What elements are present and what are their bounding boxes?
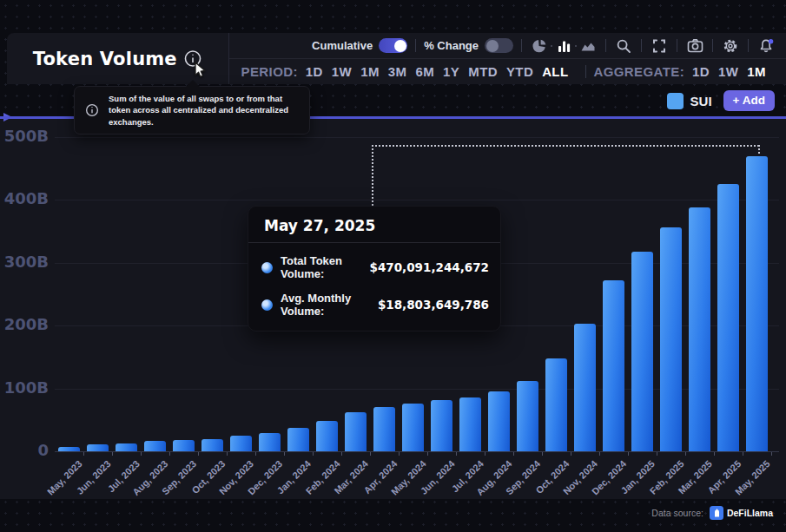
period-option-6m[interactable]: 6M	[415, 64, 434, 79]
defillama-brand[interactable]: DeFiLlama	[710, 506, 773, 520]
area-chart-icon[interactable]	[578, 36, 598, 56]
x-axis-tick	[227, 452, 228, 456]
cumulative-toggle[interactable]	[379, 38, 407, 53]
bar-may-2025[interactable]	[746, 156, 768, 451]
bar-nov-2024[interactable]	[574, 324, 596, 451]
bar-oct-2023[interactable]	[201, 439, 223, 451]
chart-controls-row: Cumulative% Change	[229, 33, 786, 59]
legend-item-sui[interactable]: SUI	[667, 93, 712, 109]
y-axis-label: 0	[0, 441, 49, 459]
bar-jun-2024[interactable]	[431, 400, 452, 451]
bar-mar-2024[interactable]	[345, 412, 367, 451]
bar-nov-2023[interactable]	[230, 436, 252, 451]
period-option-mtd[interactable]: MTD	[468, 64, 498, 79]
bar-feb-2025[interactable]	[660, 227, 682, 451]
bar-jul-2023[interactable]	[116, 443, 137, 451]
bar-feb-2024[interactable]	[316, 421, 338, 451]
dot-separator	[551, 45, 552, 47]
period-option-1d[interactable]: 1D	[306, 64, 323, 79]
period-option-1y[interactable]: 1Y	[443, 64, 459, 79]
search-icon[interactable]	[614, 36, 633, 56]
x-axis-tick	[685, 452, 686, 456]
tooltip-row-label: Avg. Monthly Volume:	[281, 292, 370, 318]
legend-token-name: SUI	[690, 94, 712, 108]
pie-chart-icon[interactable]	[530, 36, 549, 56]
toggle-group--change: % Change	[424, 38, 513, 53]
screenshot-icon[interactable]	[685, 36, 704, 56]
bar-jan-2024[interactable]	[287, 428, 309, 451]
divider	[585, 65, 586, 78]
bar-mar-2025[interactable]	[689, 207, 710, 451]
aggregate-option-1m[interactable]: 1M	[747, 64, 766, 79]
series-marker-icon	[261, 299, 273, 311]
footer: Data source: DeFiLlama	[651, 506, 773, 520]
selection-box-right	[758, 145, 760, 155]
fullscreen-icon[interactable]	[650, 36, 669, 56]
bar-dec-2023[interactable]	[259, 433, 281, 451]
x-axis-tick	[657, 452, 657, 456]
bar-chart-icon[interactable]	[554, 36, 573, 56]
period-option-1m[interactable]: 1M	[360, 64, 380, 79]
period-option-all[interactable]: ALL	[542, 64, 568, 79]
y-axis-label: 500B	[0, 127, 49, 145]
bar-oct-2024[interactable]	[545, 358, 567, 451]
x-axis-tick	[399, 452, 400, 456]
x-axis-tick	[112, 452, 113, 456]
x-axis-tick	[370, 452, 371, 456]
bar-sep-2024[interactable]	[517, 381, 538, 451]
bar-jul-2024[interactable]	[459, 397, 481, 451]
toggle-label: % Change	[424, 39, 479, 52]
x-axis-tick	[198, 452, 199, 456]
x-axis-tick	[427, 452, 428, 456]
bar-apr-2024[interactable]	[373, 407, 395, 451]
info-tooltip-text: Sum of the value of all swaps to or from…	[109, 93, 301, 128]
y-axis-label: 300B	[0, 253, 49, 271]
bar-may-2023[interactable]	[58, 447, 80, 451]
settings-icon[interactable]	[721, 36, 740, 56]
series-marker-icon	[261, 262, 273, 273]
tooltip-body: Total Token Volume:$470,091,244,672Avg. …	[248, 243, 500, 331]
x-axis-tick	[255, 452, 256, 456]
toggle-knob	[394, 40, 406, 52]
info-circle-icon	[83, 101, 102, 120]
chart-tooltip: May 27, 2025 Total Token Volume:$470,091…	[248, 206, 501, 332]
x-axis-tick	[341, 452, 342, 456]
aggregate-label: AGGREGATE:	[594, 64, 685, 79]
page-title: Token Volume	[33, 49, 177, 69]
toggle-label: Cumulative	[312, 39, 373, 52]
x-axis-tick	[743, 452, 743, 456]
bar-aug-2024[interactable]	[488, 391, 510, 451]
x-axis-tick	[169, 452, 170, 456]
x-axis-tick	[313, 452, 314, 456]
period-option-1w[interactable]: 1W	[332, 64, 352, 79]
gridline-500B	[55, 137, 779, 138]
x-axis-tick	[456, 452, 457, 456]
aggregate-option-1d[interactable]: 1D	[692, 64, 710, 79]
add-token-button[interactable]: + Add	[723, 90, 775, 111]
bar-aug-2023[interactable]	[144, 441, 166, 451]
tooltip-row: Total Token Volume:$470,091,244,672	[261, 254, 489, 280]
dot-separator	[575, 45, 577, 47]
x-axis-tick	[83, 452, 84, 456]
bar-jan-2025[interactable]	[631, 252, 653, 451]
bar-apr-2025[interactable]	[717, 184, 739, 451]
x-axis-tick	[284, 452, 285, 456]
info-tooltip: Sum of the value of all swaps to or from…	[74, 86, 310, 135]
toggle-knob	[486, 40, 499, 52]
toggle-group-cumulative: Cumulative	[312, 38, 407, 53]
range-controls-row: PERIOD: 1D1W1M3M6M1YMTDYTDALL AGGREGATE:…	[229, 59, 786, 84]
-change-toggle[interactable]	[485, 38, 513, 53]
bar-jun-2023[interactable]	[87, 444, 109, 451]
notifications-icon[interactable]	[756, 36, 776, 56]
tooltip-row-value: $18,803,649,786	[378, 298, 489, 312]
y-axis-label: 200B	[0, 315, 49, 333]
period-selector: PERIOD: 1D1W1M3M6M1YMTDYTDALL	[241, 64, 578, 79]
bar-dec-2024[interactable]	[603, 280, 624, 451]
period-option-3m[interactable]: 3M	[388, 64, 407, 79]
divider	[677, 39, 677, 52]
bar-sep-2023[interactable]	[173, 440, 195, 451]
period-option-ytd[interactable]: YTD	[506, 64, 533, 79]
aggregate-option-1w[interactable]: 1W	[718, 64, 738, 79]
defillama-logo-icon	[710, 506, 723, 520]
bar-may-2024[interactable]	[402, 404, 424, 451]
